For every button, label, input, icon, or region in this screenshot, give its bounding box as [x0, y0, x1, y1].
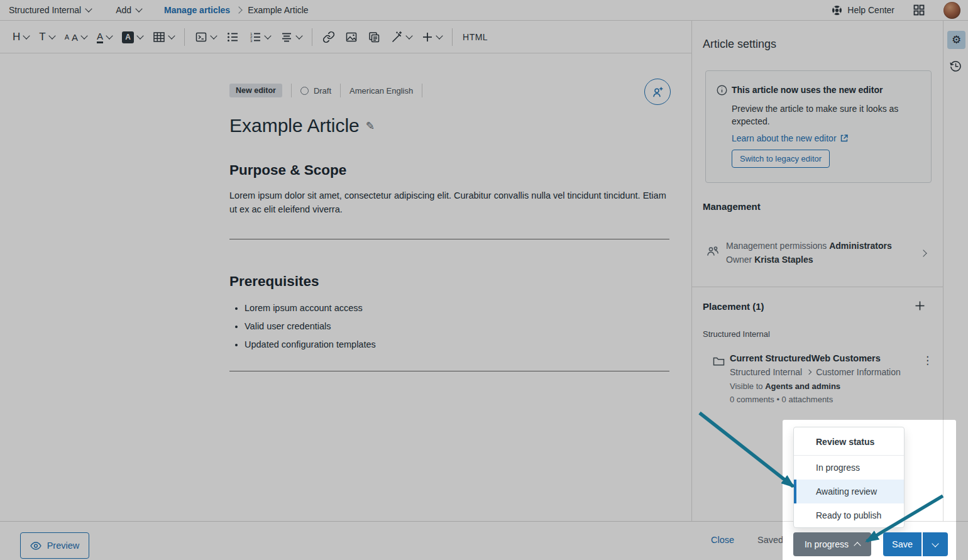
option-in-progress[interactable]: In progress — [794, 456, 904, 480]
save-dropdown-button[interactable] — [923, 532, 948, 556]
tutorial-spotlight: Review status In progress Awaiting revie… — [783, 420, 956, 560]
chevron-down-icon — [932, 540, 938, 547]
review-status-dropdown: Review status In progress Awaiting revie… — [793, 427, 905, 528]
app-window: Structured Internal Add Manage articles … — [0, 0, 968, 560]
status-button-label: In progress — [805, 539, 849, 549]
save-button[interactable]: Save — [883, 532, 921, 556]
review-status-button[interactable]: In progress — [793, 532, 871, 556]
option-awaiting-review[interactable]: Awaiting review — [794, 480, 904, 503]
option-ready-to-publish[interactable]: Ready to publish — [794, 503, 904, 527]
panel-border-line — [943, 420, 943, 521]
chevron-up-icon — [854, 542, 861, 549]
dropdown-title: Review status — [794, 427, 904, 456]
